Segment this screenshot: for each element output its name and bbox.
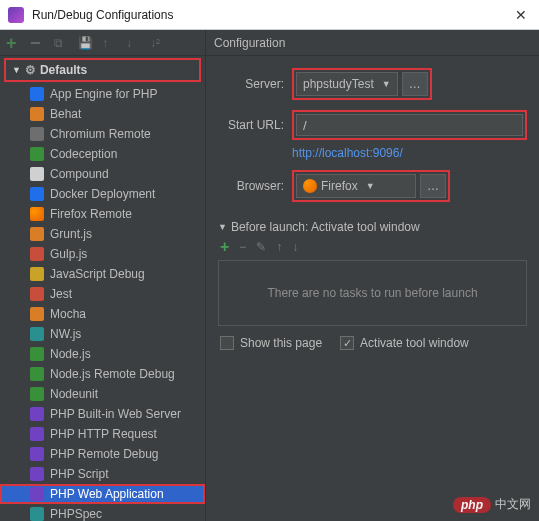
edit-icon[interactable]: ✎ — [256, 240, 266, 254]
tree-item[interactable]: Codeception — [0, 144, 205, 164]
resolved-url-link[interactable]: http://localhost:9096/ — [218, 146, 527, 160]
start-url-label: Start URL: — [218, 118, 284, 132]
server-dropdown[interactable]: phpstudyTest ▼ — [296, 72, 398, 96]
before-launch-tasks: There are no tasks to run before launch — [218, 260, 527, 326]
config-tree[interactable]: ⚙ Defaults App Engine for PHPBehatChromi… — [0, 56, 205, 521]
tree-item-label: PHP Built-in Web Server — [50, 407, 181, 421]
tree-item-label: PHP Web Application — [50, 487, 164, 501]
tree-item-label: Grunt.js — [50, 227, 92, 241]
browser-browse-button[interactable]: … — [420, 174, 446, 198]
tree-item[interactable]: Chromium Remote — [0, 124, 205, 144]
tree-item[interactable]: Jest — [0, 284, 205, 304]
before-launch-heading: Before launch: Activate tool window — [231, 220, 420, 234]
tree-item-icon — [30, 507, 44, 521]
tree-item-icon — [30, 247, 44, 261]
copy-icon[interactable]: ⧉ — [54, 36, 68, 50]
tree-item-label: PHP Remote Debug — [50, 447, 159, 461]
remove-icon[interactable]: − — [30, 36, 44, 50]
server-browse-button[interactable]: … — [402, 72, 428, 96]
tree-item[interactable]: Grunt.js — [0, 224, 205, 244]
tree-item-icon — [30, 167, 44, 181]
tree-item[interactable]: PHPSpec — [0, 504, 205, 521]
tree-item-icon — [30, 87, 44, 101]
before-launch-heading-row[interactable]: Before launch: Activate tool window — [218, 216, 527, 238]
sidebar: + − ⧉ 💾 ↑ ↓ ↓² ⚙ Defaults App Engine for… — [0, 30, 206, 521]
tree-item[interactable]: PHP Web Application — [0, 484, 205, 504]
firefox-icon — [303, 179, 317, 193]
tree-item[interactable]: Nodeunit — [0, 384, 205, 404]
tree-item[interactable]: Node.js Remote Debug — [0, 364, 205, 384]
gear-icon: ⚙ — [25, 63, 36, 77]
tree-item[interactable]: Docker Deployment — [0, 184, 205, 204]
tree-group-label: Defaults — [40, 63, 87, 77]
move-up-icon[interactable]: ↑ — [276, 240, 282, 254]
move-down-icon[interactable]: ↓ — [292, 240, 298, 254]
add-icon[interactable]: + — [220, 240, 229, 254]
detail-panel: Configuration Server: phpstudyTest ▼ … S… — [206, 30, 539, 521]
tree-item[interactable]: App Engine for PHP — [0, 84, 205, 104]
tree-item[interactable]: Node.js — [0, 344, 205, 364]
tree-item[interactable]: PHP Script — [0, 464, 205, 484]
activate-tool-window-label: Activate tool window — [360, 336, 469, 350]
tree-item[interactable]: Gulp.js — [0, 244, 205, 264]
tree-item-label: NW.js — [50, 327, 81, 341]
add-icon[interactable]: + — [6, 36, 20, 50]
show-this-page-option[interactable]: Show this page — [220, 336, 322, 350]
start-url-input[interactable] — [296, 114, 523, 136]
tree-item[interactable]: Mocha — [0, 304, 205, 324]
tree-item-label: JavaScript Debug — [50, 267, 145, 281]
tree-item-label: Codeception — [50, 147, 117, 161]
tree-item-label: Docker Deployment — [50, 187, 155, 201]
tree-item[interactable]: Behat — [0, 104, 205, 124]
tree-item[interactable]: PHP Remote Debug — [0, 444, 205, 464]
tree-item-icon — [30, 407, 44, 421]
tree-item-icon — [30, 487, 44, 501]
save-icon[interactable]: 💾 — [78, 36, 92, 50]
tree-group-defaults[interactable]: ⚙ Defaults — [4, 58, 201, 82]
remove-icon[interactable]: − — [239, 240, 246, 254]
tree-item-icon — [30, 207, 44, 221]
move-up-icon[interactable]: ↑ — [102, 36, 116, 50]
start-url-highlight — [292, 110, 527, 140]
checkbox-unchecked-icon[interactable] — [220, 336, 234, 350]
tree-item-label: Chromium Remote — [50, 127, 151, 141]
watermark: php 中文网 — [453, 496, 531, 513]
tree-item[interactable]: Compound — [0, 164, 205, 184]
browser-dropdown[interactable]: Firefox ▼ — [296, 174, 416, 198]
chevron-down-icon — [12, 65, 21, 75]
tree-item-icon — [30, 447, 44, 461]
tree-item-icon — [30, 107, 44, 121]
tree-item-label: Compound — [50, 167, 109, 181]
tree-item-label: PHP HTTP Request — [50, 427, 157, 441]
show-this-page-label: Show this page — [240, 336, 322, 350]
tree-item-label: Node.js — [50, 347, 91, 361]
move-down-icon[interactable]: ↓ — [126, 36, 140, 50]
tree-item-label: Firefox Remote — [50, 207, 132, 221]
tree-item-label: App Engine for PHP — [50, 87, 157, 101]
tree-item-label: Gulp.js — [50, 247, 87, 261]
tree-item-label: Behat — [50, 107, 81, 121]
tree-item[interactable]: Firefox Remote — [0, 204, 205, 224]
chevron-down-icon: ▼ — [382, 79, 391, 89]
tree-item-label: PHP Script — [50, 467, 108, 481]
before-launch-toolbar: + − ✎ ↑ ↓ — [218, 238, 527, 258]
footer-options: Show this page Activate tool window — [206, 326, 539, 360]
tree-item-icon — [30, 467, 44, 481]
server-highlight: phpstudyTest ▼ … — [292, 68, 432, 100]
tree-item[interactable]: NW.js — [0, 324, 205, 344]
activate-tool-window-option[interactable]: Activate tool window — [340, 336, 469, 350]
tree-item-label: Jest — [50, 287, 72, 301]
tree-item-label: PHPSpec — [50, 507, 102, 521]
close-icon[interactable]: ✕ — [511, 7, 531, 23]
tree-item-icon — [30, 387, 44, 401]
tree-item-label: Node.js Remote Debug — [50, 367, 175, 381]
tree-item[interactable]: PHP Built-in Web Server — [0, 404, 205, 424]
checkbox-checked-icon[interactable] — [340, 336, 354, 350]
sort-icon[interactable]: ↓² — [150, 36, 164, 50]
tree-item[interactable]: JavaScript Debug — [0, 264, 205, 284]
tree-item-icon — [30, 367, 44, 381]
tree-item[interactable]: PHP HTTP Request — [0, 424, 205, 444]
tree-item-icon — [30, 187, 44, 201]
tree-item-icon — [30, 347, 44, 361]
tree-item-icon — [30, 427, 44, 441]
